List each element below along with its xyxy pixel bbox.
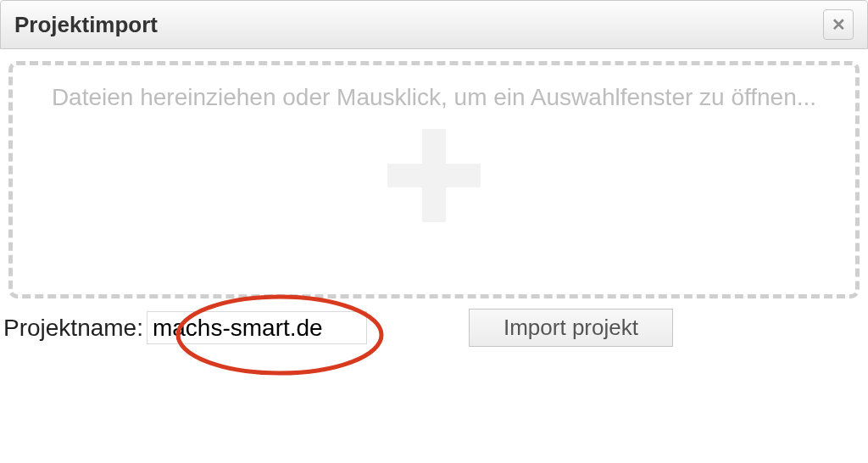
- import-project-button[interactable]: Import projekt: [469, 309, 673, 347]
- dialog-content: Dateien hereinziehen oder Mausklick, um …: [0, 49, 868, 347]
- plus-icon: [387, 129, 481, 222]
- file-dropzone[interactable]: Dateien hereinziehen oder Mausklick, um …: [8, 61, 860, 298]
- dropzone-hint-text: Dateien hereinziehen oder Mausklick, um …: [52, 81, 816, 114]
- dialog-title: Projektimport: [14, 12, 158, 38]
- projectname-label: Projektname:: [3, 315, 143, 342]
- projektimport-dialog: Projektimport ✕ Dateien hereinziehen ode…: [0, 0, 868, 347]
- projectname-row: Projektname: Import projekt: [8, 309, 860, 347]
- projectname-input[interactable]: [147, 311, 367, 345]
- dialog-titlebar: Projektimport ✕: [0, 0, 868, 49]
- close-icon: ✕: [832, 14, 846, 35]
- close-button[interactable]: ✕: [823, 9, 854, 40]
